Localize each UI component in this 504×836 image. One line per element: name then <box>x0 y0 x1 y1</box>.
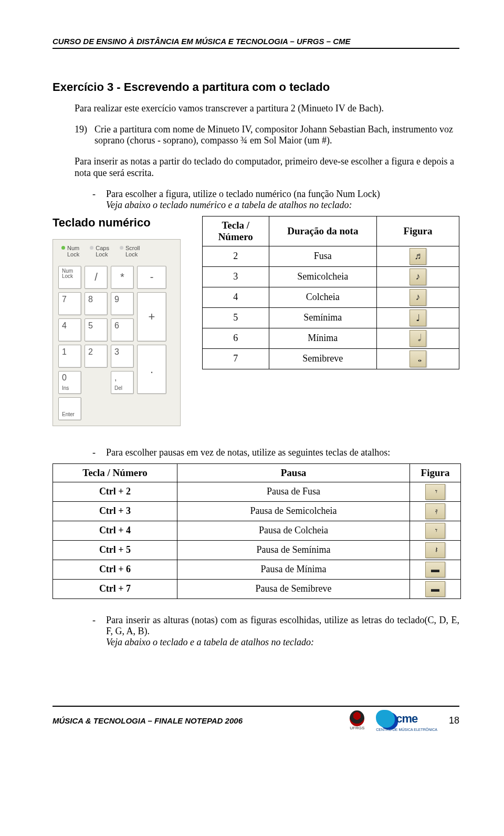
key-3: 3 <box>111 345 134 368</box>
rest-icon-seminima: 𝄽 <box>425 542 445 558</box>
table-row: Ctrl + 3 Pausa de Semicolcheia 𝄿 <box>53 501 461 521</box>
note-icon-seminima: ♩ <box>410 309 426 326</box>
table-row: 2 Fusa ♬ <box>202 246 459 266</box>
t2-h-pause: Pausa <box>177 463 410 482</box>
table-row: 4 Colcheia ♪ <box>202 287 459 307</box>
dash1-line1: Para escolher a figura, utilize o teclad… <box>106 189 380 199</box>
table-row: 3 Semicolcheia ♪ <box>202 266 459 287</box>
keypad-title: Teclado numérico <box>52 216 193 230</box>
footer-left: MÚSICA & TECNOLOGIA – FINALE NOTEPAD 200… <box>52 716 243 725</box>
rest-icon-fusa: 𝄾 <box>425 484 445 500</box>
cme-logo: cme CENTRO DE MÚSICA ELETRÔNICA <box>376 710 437 731</box>
doc-header: CURSO DE ENSINO À DISTÂNCIA EM MÚSICA E … <box>52 37 459 46</box>
t1-h-fig: Figura <box>377 216 459 246</box>
dash-item-figure: - Para escolher a figura, utilize o tecl… <box>75 189 459 211</box>
table-row: Ctrl + 6 Pausa de Mínima ▬ <box>53 560 461 579</box>
t2-h-fig: Figura <box>410 463 461 482</box>
key-del: Del <box>114 386 122 391</box>
lock-scroll: Scroll Lock <box>125 245 140 257</box>
rest-shortcut-table: Tecla / Número Pausa Figura Ctrl + 2 Pau… <box>52 463 461 599</box>
dash-item-pitches: - Para inserir as alturas (notas) com as… <box>75 615 459 648</box>
table-row: 6 Mínima 𝅗𝅥 <box>202 328 459 348</box>
t1-h-key: Tecla / Número <box>202 216 269 246</box>
table-row: Ctrl + 7 Pausa de Semibreve ▬ <box>53 579 461 598</box>
keypad-image: Num Lock Caps Lock Scroll Lock Num Lock … <box>52 239 181 426</box>
rest-icon-semibreve: ▬ <box>425 581 445 597</box>
dash3-line1: Para inserir as alturas (notas) com as f… <box>106 615 459 636</box>
rest-icon-minima: ▬ <box>425 562 445 577</box>
key-4: 4 <box>58 318 81 342</box>
rest-icon-semicolcheia: 𝄿 <box>425 503 445 519</box>
step-19: 19) Crie a partitura com nome de Minueto… <box>75 124 459 146</box>
header-rule <box>52 48 459 49</box>
key-0: 0 <box>62 374 67 383</box>
step-19-number: 19) <box>75 124 89 146</box>
intro-paragraph: Para realizar este exercício vamos trans… <box>75 102 459 115</box>
key-5: 5 <box>85 318 108 342</box>
key-plus: + <box>137 292 166 342</box>
table-row: 7 Semibreve 𝅝 <box>202 348 459 369</box>
key-slash: / <box>85 266 108 289</box>
key-1: 1 <box>58 345 81 368</box>
note-icon-minima: 𝅗𝅥 <box>410 330 426 347</box>
key-9: 9 <box>111 292 134 315</box>
key-ins: Ins <box>62 386 69 391</box>
page-footer: MÚSICA & TECNOLOGIA – FINALE NOTEPAD 200… <box>52 706 459 731</box>
note-duration-table: Tecla / Número Duração da nota Figura 2 … <box>202 216 459 369</box>
exercise-title: Exercício 3 - Escrevendo a partitura com… <box>52 80 459 94</box>
dash1-line2: Veja abaixo o teclado numérico e a tabel… <box>106 200 352 210</box>
note-icon-fusa: ♬ <box>410 248 426 265</box>
key-enter: Enter <box>58 397 81 420</box>
key-numlock: Num Lock <box>58 266 81 289</box>
key-7: 7 <box>58 292 81 315</box>
note-icon-semibreve: 𝅝 <box>410 350 426 367</box>
note-icon-colcheia: ♪ <box>410 289 426 306</box>
rest-icon-colcheia: 𝄾 <box>425 523 445 539</box>
ufrgs-logo: UFRGS <box>350 710 364 730</box>
para-insert-notes: Para inserir as notas a partir do teclad… <box>75 156 459 179</box>
dash-item-rests: - Para escolher pausas em vez de notas, … <box>75 447 459 458</box>
key-2: 2 <box>85 345 108 368</box>
dash3-line2: Veja abaixo o teclado e a tabela de atal… <box>106 637 314 647</box>
table-row: Ctrl + 4 Pausa de Colcheia 𝄾 <box>53 521 461 540</box>
table-row: Ctrl + 2 Pausa de Fusa 𝄾 <box>53 482 461 501</box>
key-star: * <box>111 266 134 289</box>
key-comma: , <box>114 374 117 383</box>
key-dot: . <box>137 345 166 394</box>
t1-h-dur: Duração da nota <box>269 216 376 246</box>
step-19-text: Crie a partitura com nome de Minueto IV,… <box>94 124 459 146</box>
key-minus: - <box>137 266 166 289</box>
key-6: 6 <box>111 318 134 342</box>
page-number: 18 <box>449 715 459 726</box>
table-row: Ctrl + 5 Pausa de Semínima 𝄽 <box>53 540 461 560</box>
note-icon-semicolcheia: ♪ <box>410 269 426 285</box>
table-row: 5 Semínima ♩ <box>202 307 459 328</box>
t2-h-key: Tecla / Número <box>53 463 177 482</box>
lock-num: Num Lock <box>67 245 79 257</box>
key-8: 8 <box>85 292 108 315</box>
lock-caps: Caps Lock <box>96 245 109 257</box>
dash2-text: Para escolher pausas em vez de notas, ut… <box>106 447 390 458</box>
